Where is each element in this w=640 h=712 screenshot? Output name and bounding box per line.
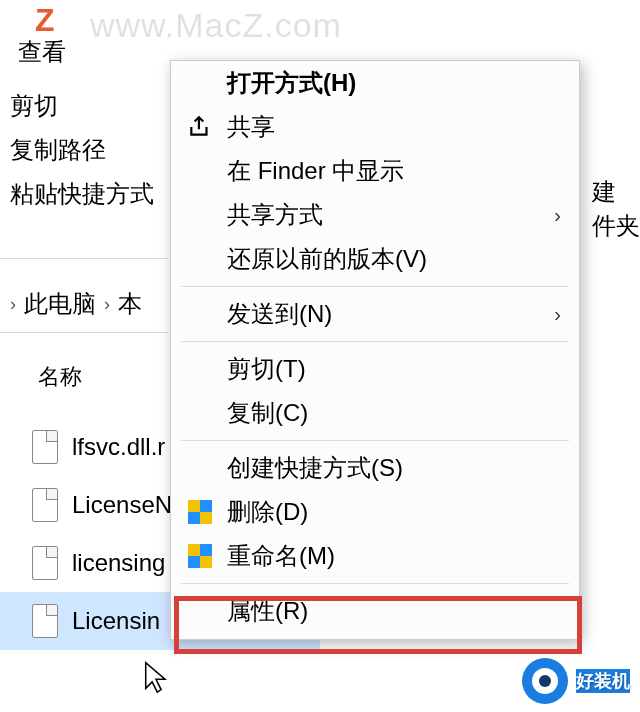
cursor-icon [142, 660, 170, 700]
menu-cut[interactable]: 剪切(T) [171, 347, 579, 391]
menu-label: 创建快捷方式(S) [227, 452, 403, 484]
menu-open-with[interactable]: 打开方式(H) [171, 61, 579, 105]
menu-label: 还原以前的版本(V) [227, 243, 427, 275]
file-icon [32, 604, 58, 638]
menu-label: 属性(R) [227, 595, 308, 627]
menu-share[interactable]: 共享 [171, 105, 579, 149]
menu-label: 在 Finder 中显示 [227, 155, 404, 187]
breadcrumb[interactable]: › 此电脑 › 本 [0, 288, 142, 320]
menu-label: 发送到(N) [227, 298, 332, 330]
shield-icon [185, 544, 215, 568]
right-snippet-line2: 件夹 [592, 209, 640, 243]
menu-rename[interactable]: 重命名(M) [171, 534, 579, 578]
chevron-right-icon: › [10, 294, 16, 315]
file-name: licensing [72, 549, 165, 577]
action-cut[interactable]: 剪切 [10, 90, 154, 122]
menu-show-in-finder[interactable]: 在 Finder 中显示 [171, 149, 579, 193]
brand-logo: 好装机 [522, 658, 630, 704]
file-icon [32, 430, 58, 464]
eye-logo-icon [522, 658, 568, 704]
chevron-right-icon: › [554, 204, 561, 227]
context-menu: 打开方式(H) 共享 在 Finder 中显示 共享方式 › 还原以前的版本(V… [170, 60, 580, 640]
file-icon [32, 488, 58, 522]
menu-separator [181, 341, 569, 342]
chevron-right-icon: › [554, 303, 561, 326]
left-actions: 剪切 复制路径 粘贴快捷方式 [10, 90, 154, 210]
menu-label: 剪切(T) [227, 353, 306, 385]
right-snippet: 建 件夹 [592, 175, 640, 242]
menu-label: 删除(D) [227, 496, 308, 528]
menu-separator [181, 440, 569, 441]
menu-label: 打开方式(H) [227, 67, 356, 99]
divider [0, 332, 168, 333]
menu-label: 重命名(M) [227, 540, 335, 572]
menu-label: 共享方式 [227, 199, 323, 231]
menu-separator [181, 583, 569, 584]
menu-label: 复制(C) [227, 397, 308, 429]
file-name: Licensin [72, 607, 160, 635]
right-snippet-line1: 建 [592, 175, 640, 209]
brand-text: 好装机 [576, 669, 630, 693]
menu-properties[interactable]: 属性(R) [171, 589, 579, 633]
action-paste-shortcut[interactable]: 粘贴快捷方式 [10, 178, 154, 210]
menu-share-method[interactable]: 共享方式 › [171, 193, 579, 237]
share-icon [185, 114, 215, 140]
menu-copy[interactable]: 复制(C) [171, 391, 579, 435]
breadcrumb-local[interactable]: 本 [118, 288, 142, 320]
action-copy-path[interactable]: 复制路径 [10, 134, 154, 166]
menu-restore-previous[interactable]: 还原以前的版本(V) [171, 237, 579, 281]
divider [0, 258, 168, 259]
menu-label: 共享 [227, 111, 275, 143]
shield-icon [185, 500, 215, 524]
toolbar-view[interactable]: 查看 [18, 36, 66, 68]
file-name: LicenseN [72, 491, 172, 519]
watermark-text: www.MacZ.com [90, 6, 342, 45]
menu-delete[interactable]: 删除(D) [171, 490, 579, 534]
chevron-right-icon: › [104, 294, 110, 315]
breadcrumb-pc[interactable]: 此电脑 [24, 288, 96, 320]
file-icon [32, 546, 58, 580]
menu-separator [181, 286, 569, 287]
file-name: lfsvc.dll.r [72, 433, 165, 461]
menu-send-to[interactable]: 发送到(N) › [171, 292, 579, 336]
menu-create-shortcut[interactable]: 创建快捷方式(S) [171, 446, 579, 490]
column-header-name[interactable]: 名称 [38, 362, 82, 392]
z-logo-icon: Z [35, 2, 55, 39]
